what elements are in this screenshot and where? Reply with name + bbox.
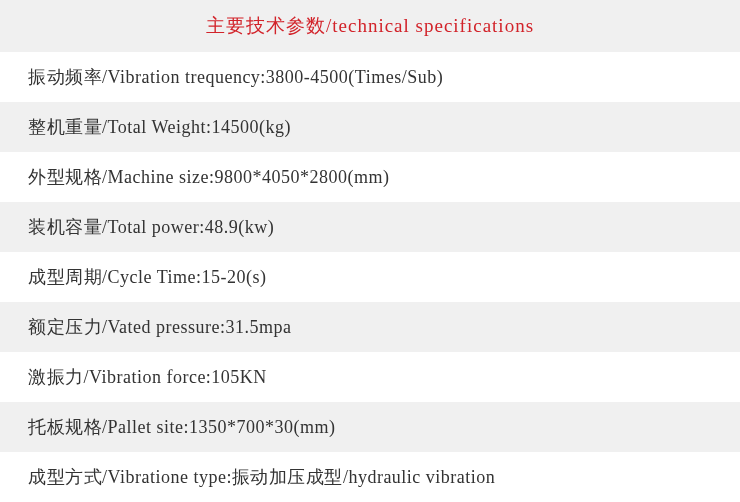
spec-row-vated-pressure: 额定压力/Vated pressure:31.5mpa — [0, 302, 740, 352]
spec-row-total-power: 装机容量/Total power:48.9(kw) — [0, 202, 740, 252]
spec-row-cycle-time: 成型周期/Cycle Time:15-20(s) — [0, 252, 740, 302]
spec-row-vibration-frequency: 振动频率/Vibration trequency:3800-4500(Times… — [0, 52, 740, 102]
spec-row-vibration-type: 成型方式/Vibratione type:振动加压成型/hydraulic vi… — [0, 452, 740, 502]
spec-row-vibration-force: 激振力/Vibration force:105KN — [0, 352, 740, 402]
spec-row-total-weight: 整机重量/Total Weight:14500(kg) — [0, 102, 740, 152]
spec-row-pallet-site: 托板规格/Pallet site:1350*700*30(mm) — [0, 402, 740, 452]
spec-row-machine-size: 外型规格/Machine size:9800*4050*2800(mm) — [0, 152, 740, 202]
spec-title: 主要技术参数/technical specifications — [0, 0, 740, 52]
